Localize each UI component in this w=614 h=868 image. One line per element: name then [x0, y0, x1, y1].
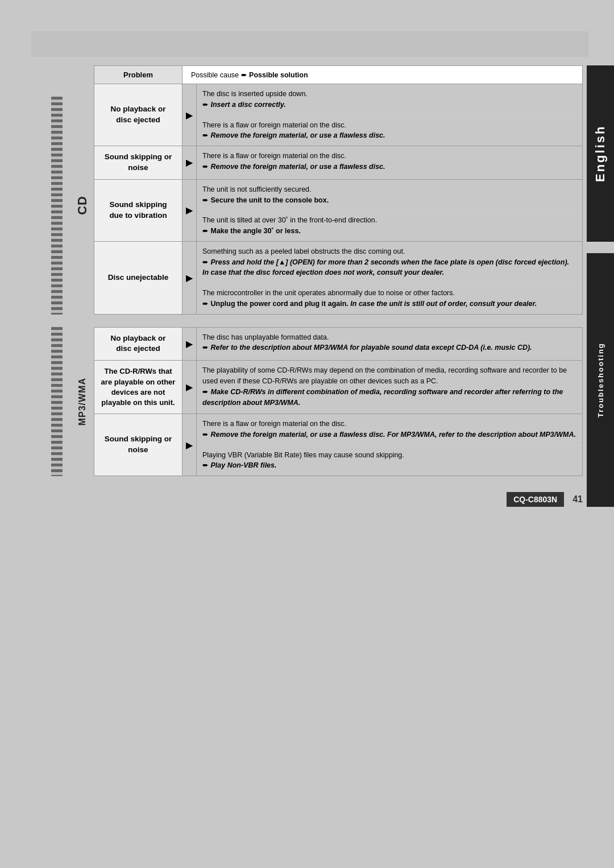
solution-cell: Something such as a peeled label obstruc… [197, 241, 583, 283]
solution-cell: The disc has unplayable formatted data. … [197, 327, 583, 361]
table-row: The CD-R/RWs that are playable on other … [94, 361, 583, 414]
solution-cell: There is a flaw or foreign material on t… [197, 115, 583, 146]
arrow-cell: ▶ [182, 414, 197, 476]
troubleshooting-tab: Troubleshooting [587, 253, 614, 507]
problem-cell: No playback ordisc ejected [94, 327, 182, 361]
problem-cell: Disc unejectable [94, 241, 182, 314]
arrow-cell: ▶ [182, 84, 197, 146]
solution-cell: The disc is inserted upside down. ➨ Inse… [197, 84, 583, 115]
problem-cell: Sound skipping ornoise [94, 146, 182, 180]
cd-section-label: CD [75, 196, 90, 215]
cd-trouble-table: Problem Possible cause ➨ Possible soluti… [94, 65, 583, 315]
table-row: Sound skipping ornoise ▶ There is a flaw… [94, 146, 583, 180]
solution-cell: There is a flaw or foreign material on t… [197, 414, 583, 445]
solution-header-bold: Possible solution [249, 71, 308, 79]
table-header-row: Problem Possible cause ➨ Possible soluti… [94, 66, 583, 84]
solution-header-cause: Possible cause [191, 71, 239, 79]
mp3-stripe [51, 327, 63, 477]
problem-header: Problem [94, 66, 182, 84]
solution-cell: The unit is not sufficiently secured. ➨ … [197, 179, 583, 210]
table-row: Sound skippingdue to vibration ▶ The uni… [94, 179, 583, 210]
solution-cell: The unit is tilted at over 30˚ in the fr… [197, 210, 583, 242]
problem-cell: The CD-R/RWs that are playable on other … [94, 361, 182, 414]
arrow-cell: ▶ [182, 179, 197, 241]
arrow-cell: ▶ [182, 146, 197, 180]
english-tab: English [587, 65, 614, 242]
arrow-cell: ▶ [182, 327, 197, 361]
page-number: 41 [572, 494, 583, 505]
solution-header: Possible cause ➨ Possible solution [182, 66, 583, 84]
solution-cell: Playing VBR (Variable Bit Rate) files ma… [197, 445, 583, 476]
problem-cell: Sound skippingdue to vibration [94, 179, 182, 241]
problem-cell: Sound skipping ornoise [94, 414, 182, 476]
right-tabs: English Troubleshooting [587, 65, 614, 507]
solution-cell: The microcontroller in the unit operates… [197, 283, 583, 315]
solution-header-arrow: ➨ [241, 71, 249, 79]
model-badge: CQ-C8803N [507, 492, 564, 507]
table-row: No playback ordisc ejected ▶ The disc is… [94, 84, 583, 115]
solution-cell: The playability of some CD-R/RWs may dep… [197, 361, 583, 414]
table-row: Sound skipping ornoise ▶ There is a flaw… [94, 414, 583, 445]
arrow-cell: ▶ [182, 241, 197, 314]
mp3wma-section-label: MP3/WMA [77, 378, 88, 425]
solution-cell: There is a flaw or foreign material on t… [197, 146, 583, 180]
footer: CQ-C8803N 41 [43, 482, 583, 507]
arrow-cell: ▶ [182, 361, 197, 414]
problem-cell: No playback ordisc ejected [94, 84, 182, 146]
cd-stripe [51, 97, 63, 315]
table-row: Disc unejectable ▶ Something such as a p… [94, 241, 583, 283]
table-row: No playback ordisc ejected ▶ The disc ha… [94, 327, 583, 361]
mp3-trouble-table: No playback ordisc ejected ▶ The disc ha… [94, 327, 583, 477]
